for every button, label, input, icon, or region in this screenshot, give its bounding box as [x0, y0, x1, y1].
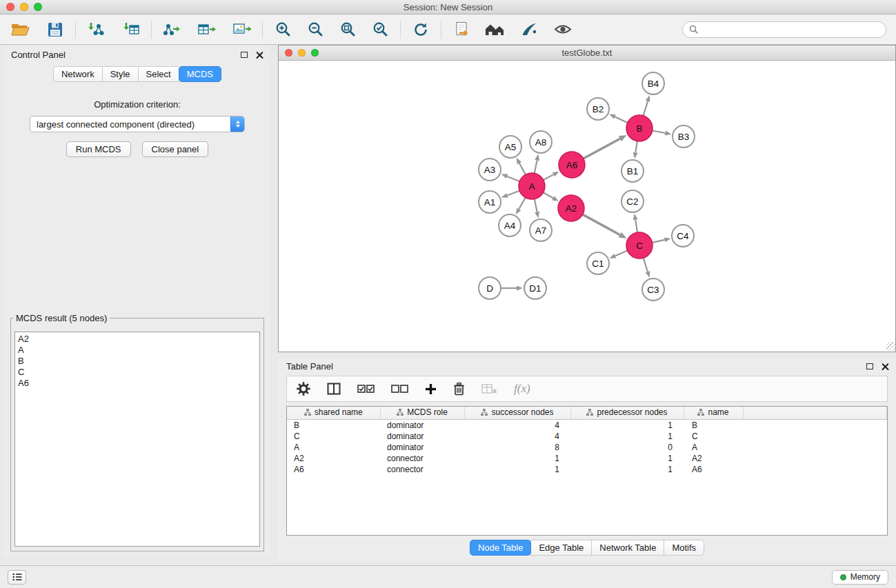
- table-row[interactable]: A6connector11A6: [287, 464, 887, 475]
- zoom-fit-button[interactable]: [335, 18, 361, 41]
- graph-edge-C-C1[interactable]: [610, 251, 628, 258]
- graph-edge-A-A6[interactable]: [544, 172, 559, 180]
- column-header-name[interactable]: name: [684, 407, 743, 419]
- save-session-button[interactable]: [42, 18, 68, 41]
- close-panel-button[interactable]: Close panel: [142, 141, 209, 157]
- tab-edge-table[interactable]: Edge Table: [530, 540, 592, 556]
- tab-network-table[interactable]: Network Table: [591, 540, 664, 556]
- apply-layout-button[interactable]: [408, 18, 434, 41]
- zoom-in-button[interactable]: [270, 18, 296, 41]
- graph-node-A4[interactable]: A4: [499, 214, 521, 236]
- criterion-dropdown[interactable]: largest connected component (directed): [30, 116, 245, 132]
- close-window-button[interactable]: [6, 3, 14, 11]
- graph-node-C4[interactable]: C4: [672, 225, 694, 247]
- create-column-button[interactable]: [425, 383, 437, 395]
- tab-mcds[interactable]: MCDS: [179, 66, 221, 82]
- zoom-out-button[interactable]: [302, 18, 328, 41]
- zoom-window-button[interactable]: [34, 3, 42, 11]
- graph-node-D[interactable]: D: [479, 277, 501, 299]
- zoom-network-button[interactable]: [311, 49, 319, 57]
- close-table-panel-icon[interactable]: [882, 363, 889, 370]
- mcds-result-item[interactable]: A2: [18, 334, 257, 345]
- graph-edge-C-C2[interactable]: [633, 214, 638, 232]
- graph-edge-A-A5[interactable]: [517, 158, 526, 175]
- show-columns-button[interactable]: [327, 383, 341, 395]
- export-network-button[interactable]: [159, 18, 185, 41]
- graph-node-A1[interactable]: A1: [479, 191, 501, 213]
- table-row[interactable]: A2connector11A2: [287, 453, 887, 464]
- open-session-button[interactable]: [7, 18, 33, 41]
- column-header-successor-nodes[interactable]: successor nodes: [464, 407, 570, 419]
- export-table-button[interactable]: [194, 18, 220, 41]
- graph-node-B1[interactable]: B1: [621, 160, 644, 182]
- tab-node-table[interactable]: Node Table: [470, 540, 532, 556]
- table-row[interactable]: Bdominator41B: [287, 419, 887, 431]
- network-svg[interactable]: B4B2BB3A5A8A6B1A3AC2A1A2A4A7C4CC1C3DD1: [279, 61, 895, 351]
- graph-node-B2[interactable]: B2: [587, 98, 609, 120]
- memory-button[interactable]: Memory: [832, 570, 888, 585]
- graph-node-A7[interactable]: A7: [530, 219, 552, 241]
- minimize-window-button[interactable]: [20, 3, 28, 11]
- graph-node-D1[interactable]: D1: [524, 277, 546, 299]
- column-header-shared-name[interactable]: shared name: [287, 407, 380, 419]
- graph-edge-B-B2[interactable]: [609, 114, 628, 123]
- tab-style[interactable]: Style: [102, 66, 139, 82]
- graph-edge-B-B4[interactable]: [644, 95, 650, 116]
- graph-edge-A-A3[interactable]: [501, 174, 520, 181]
- mcds-result-item[interactable]: C: [18, 367, 257, 378]
- table-row[interactable]: Cdominator41C: [287, 431, 887, 442]
- table-row[interactable]: Adominator80A: [287, 442, 887, 453]
- resize-handle[interactable]: [886, 342, 895, 351]
- graph-node-A2[interactable]: A2: [558, 195, 584, 221]
- close-panel-icon[interactable]: [256, 51, 263, 59]
- graph-node-A5[interactable]: A5: [499, 136, 521, 158]
- mcds-result-item[interactable]: B: [18, 356, 257, 367]
- tab-select[interactable]: Select: [138, 66, 179, 82]
- float-table-panel-icon[interactable]: [866, 363, 873, 369]
- graph-node-B[interactable]: B: [626, 115, 653, 141]
- graph-node-A[interactable]: A: [519, 173, 545, 199]
- close-network-button[interactable]: [285, 49, 292, 57]
- graphics-details-button[interactable]: [550, 18, 576, 41]
- graph-node-A6[interactable]: A6: [559, 152, 585, 178]
- mcds-result-list[interactable]: A2ABCA6: [14, 332, 260, 547]
- show-panels-button[interactable]: [8, 570, 26, 585]
- first-neighbors-button[interactable]: [448, 18, 475, 41]
- run-mcds-button[interactable]: Run MCDS: [66, 141, 131, 157]
- function-builder-button[interactable]: f(x): [514, 382, 530, 396]
- graph-node-A8[interactable]: A8: [530, 131, 552, 153]
- export-image-button[interactable]: [229, 18, 255, 41]
- table-settings-button[interactable]: [297, 382, 310, 396]
- network-home-button[interactable]: [482, 18, 508, 41]
- graph-edge-A2-C[interactable]: [583, 214, 627, 239]
- graph-edge-A-A8[interactable]: [535, 154, 539, 174]
- import-network-file-button[interactable]: [83, 18, 109, 41]
- minimize-network-button[interactable]: [298, 49, 306, 57]
- column-header-predecessor-nodes[interactable]: predecessor nodes: [570, 407, 684, 419]
- column-header-mcds-role[interactable]: MCDS role: [380, 407, 464, 419]
- network-canvas[interactable]: B4B2BB3A5A8A6B1A3AC2A1A2A4A7C4CC1C3DD1: [279, 61, 895, 351]
- search-box[interactable]: [682, 21, 886, 38]
- delete-table-button[interactable]: [481, 383, 497, 394]
- delete-column-button[interactable]: [453, 382, 465, 396]
- graph-edge-A-A4[interactable]: [516, 198, 526, 215]
- import-table-file-button[interactable]: [118, 18, 144, 41]
- graph-node-B3[interactable]: B3: [673, 125, 695, 148]
- graph-edge-A6-B[interactable]: [584, 135, 627, 159]
- mcds-result-item[interactable]: A: [18, 345, 257, 356]
- graph-edge-A-A7[interactable]: [535, 199, 539, 219]
- graph-edge-A-A1[interactable]: [501, 191, 519, 198]
- float-panel-icon[interactable]: [241, 52, 248, 58]
- graph-node-C3[interactable]: C3: [642, 278, 664, 301]
- unselect-all-columns-button[interactable]: [391, 385, 408, 393]
- graph-edge-C-C3[interactable]: [644, 258, 650, 278]
- graph-edge-C-C4[interactable]: [653, 237, 671, 243]
- graph-edge-B-B3[interactable]: [653, 131, 672, 136]
- graph-edge-A-A2[interactable]: [544, 192, 559, 201]
- graph-node-C[interactable]: C: [626, 232, 653, 258]
- select-all-columns-button[interactable]: [357, 385, 375, 393]
- graph-node-A3[interactable]: A3: [479, 159, 501, 181]
- tab-network[interactable]: Network: [53, 66, 103, 82]
- search-input[interactable]: [702, 24, 879, 34]
- graph-node-C2[interactable]: C2: [621, 190, 644, 212]
